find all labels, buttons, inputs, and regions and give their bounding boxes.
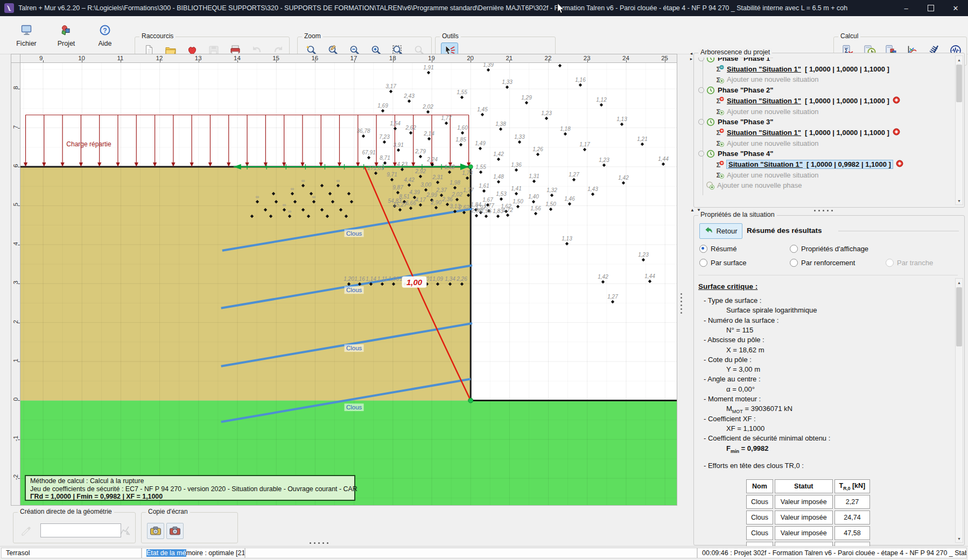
screen-copy-group: Copie d'écran (141, 512, 238, 543)
geometry-command-input[interactable] (40, 523, 121, 537)
svg-text:1,72: 1,72 (502, 207, 513, 213)
svg-text:1,53: 1,53 (496, 191, 507, 197)
file-button[interactable]: Fichier (10, 20, 43, 51)
svg-text:1,14: 1,14 (366, 276, 376, 282)
divider (838, 231, 959, 231)
tree-scrollbar[interactable]: ▲ ▼ (955, 55, 963, 205)
situation-icon: Σ (716, 96, 724, 105)
status-company: Terrasol (1, 548, 142, 558)
svg-text:2,02: 2,02 (422, 104, 433, 110)
svg-text:2,43: 2,43 (403, 93, 415, 99)
svg-text:1,13: 1,13 (616, 116, 627, 122)
tree-situation-row[interactable]: ΣSituation "Situation 1"[ 1,0000 | 1,000… (716, 64, 889, 74)
svg-text:∞: ∞ (256, 194, 259, 200)
statusbar: Terrasol État de la mémoire : optimale [… (0, 546, 968, 560)
cross-section-canvas[interactable]: Charge répartieClousClousClousClous1,391… (20, 63, 677, 506)
add-phase-icon (706, 181, 714, 190)
svg-text:15,27: 15,27 (393, 202, 406, 208)
add-situation-icon: Σ (716, 139, 724, 147)
help-button[interactable]: ? Aide (88, 20, 122, 51)
radio-r-sum-[interactable]: Résumé (699, 245, 736, 253)
application-window: Talren + Mur v6.2.20 – R:\Logiciels\Form… (0, 0, 968, 560)
svg-text:1,43: 1,43 (587, 186, 598, 192)
svg-text:1,33: 1,33 (502, 79, 513, 85)
tree-situation-row[interactable]: ΣSituation "Situation 1"[ 1,0000 | 0,998… (716, 159, 903, 169)
svg-text:1,40: 1,40 (528, 194, 539, 200)
result-item-label: - Efforts en tête des clous TR,0 : (704, 462, 804, 470)
tree-add-situation-row[interactable]: ΣAjouter une nouvelle situation (716, 74, 819, 84)
tree-add-situation-row[interactable]: ΣAjouter une nouvelle situation (716, 138, 819, 148)
maximize-button[interactable] (918, 0, 943, 16)
svg-text:1,73: 1,73 (462, 170, 473, 176)
svg-text:2,62: 2,62 (405, 125, 416, 131)
add-situation-icon: Σ (716, 107, 724, 116)
tree-phase-row[interactable]: Phase "Phase 4" (698, 148, 773, 159)
situation-icon: Σ (716, 160, 724, 169)
tree-phase-row[interactable]: Phase "Phase 2" (698, 85, 773, 95)
svg-text:1,54: 1,54 (390, 120, 401, 126)
calculation-legend: Méthode de calcul : Calcul à la rupture … (25, 475, 355, 501)
result-item-label: - Type de surface : (704, 296, 761, 304)
tree-add-situation-row[interactable]: ΣAjouter une nouvelle situation (716, 170, 819, 180)
radio-par-surface[interactable]: Par surface (699, 259, 746, 267)
svg-text:1,85: 1,85 (455, 137, 466, 143)
svg-text:1,67: 1,67 (482, 197, 493, 203)
svg-text:1,45: 1,45 (477, 107, 488, 112)
svg-text:2,26: 2,26 (456, 276, 467, 282)
svg-text:2,36: 2,36 (441, 196, 453, 202)
bottom-splitter-handle[interactable] (310, 542, 328, 544)
tree-add-situation-row[interactable]: ΣAjouter une nouvelle situation (716, 107, 819, 117)
svg-text:1,12: 1,12 (596, 97, 607, 103)
minimize-button[interactable]: – (894, 0, 918, 16)
ruler-tick-label: 9 (39, 55, 43, 61)
svg-text:2,14: 2,14 (423, 131, 434, 137)
drawing-area[interactable]: Charge répartieClousClousClousClous1,391… (20, 63, 677, 506)
svg-text:2,24: 2,24 (426, 157, 438, 162)
result-value: X = 18,62 m (726, 346, 764, 354)
radio-par-renforcement[interactable]: Par renforcement (790, 259, 855, 267)
radio-propri-t-s-d-affichage[interactable]: Propriétés d'affichage (790, 245, 868, 253)
svg-text:4,23: 4,23 (397, 161, 408, 167)
svg-text:1,26: 1,26 (532, 146, 543, 152)
results-alert-icon (896, 160, 903, 169)
critical-surface-title: Surface critique : (698, 282, 757, 290)
legend-results: ΓRd = 1,0000 | Fmin = 0,9982 | XF = 1,10… (30, 493, 350, 501)
svg-text:1,44: 1,44 (658, 156, 669, 162)
svg-text:2,62: 2,62 (458, 204, 469, 210)
svg-text:∞: ∞ (291, 186, 294, 192)
nail-label: Clous (346, 230, 362, 237)
tree-expander[interactable] (698, 87, 704, 93)
svg-text:1,39: 1,39 (483, 63, 494, 68)
svg-text:6,66: 6,66 (405, 200, 416, 206)
back-arrow-icon (704, 226, 713, 237)
project-icon (60, 24, 73, 38)
vertical-splitter-handle[interactable] (681, 293, 682, 314)
tree-expander[interactable] (698, 58, 704, 61)
geometry-pencil-button[interactable] (18, 523, 35, 539)
properties-scrollbar[interactable]: ▲ ▼ (955, 278, 963, 543)
svg-text:∞: ∞ (336, 178, 340, 183)
tree-situation-row[interactable]: ΣSituation "Situation 1"[ 1,0000 | 1,000… (716, 127, 900, 138)
svg-text:271,09: 271,09 (367, 165, 384, 171)
tree-situation-row[interactable]: ΣSituation "Situation 1"[ 1,0000 | 1,000… (716, 96, 900, 106)
svg-text:2,37: 2,37 (436, 187, 447, 193)
tree-add-phase-row[interactable]: Ajouter une nouvelle phase (706, 180, 802, 190)
svg-text:1,16: 1,16 (354, 276, 365, 282)
svg-text:1,61: 1,61 (479, 183, 489, 189)
close-button[interactable]: ✕ (943, 0, 968, 16)
ruler-tick-label: 1 (12, 354, 19, 367)
result-item-label: - Angle au centre : (704, 375, 761, 383)
toolbar: Fichier Projet ? Aide Raccourcis Zoom Ou… (0, 16, 968, 54)
copy-screen-zone-button[interactable] (166, 523, 184, 539)
svg-text:1,31: 1,31 (529, 173, 539, 179)
copy-screen-button[interactable] (147, 523, 164, 539)
tree-phase-row[interactable]: Phase "Phase 1" (698, 58, 773, 63)
tree-expander[interactable] (698, 151, 704, 157)
back-button[interactable]: Retour (699, 223, 742, 239)
tree-phase-row[interactable]: Phase "Phase 3" (698, 117, 773, 127)
situation-icon: Σ (716, 65, 724, 73)
project-button[interactable]: Projet (50, 20, 83, 51)
svg-text:1,42: 1,42 (618, 175, 629, 181)
svg-text:1,16: 1,16 (575, 77, 586, 83)
tree-expander[interactable] (698, 119, 704, 125)
